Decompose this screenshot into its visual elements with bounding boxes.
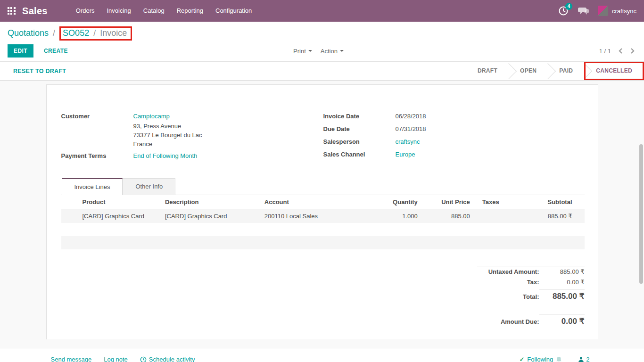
header-description: Description: [163, 195, 263, 209]
cell-unit-price: 885.00: [420, 209, 472, 223]
tax-label: Tax:: [527, 279, 539, 286]
action-label: Action: [321, 48, 338, 55]
followers-button[interactable]: 2: [578, 356, 589, 362]
log-note-button[interactable]: Log note: [104, 356, 128, 362]
payment-terms-label: Payment Terms: [61, 150, 133, 161]
customer-label: Customer: [61, 111, 133, 148]
annotation-box-breadcrumb: SO052 / Invoice: [59, 26, 132, 41]
app-title[interactable]: Sales: [22, 6, 48, 16]
breadcrumb-so052[interactable]: SO052: [63, 28, 89, 38]
schedule-activity-label: Schedule activity: [149, 356, 195, 362]
vertical-scrollbar[interactable]: [639, 144, 643, 284]
activities-clock-icon[interactable]: 4: [558, 6, 569, 16]
clock-icon: [140, 356, 147, 362]
status-step-draft[interactable]: DRAFT: [466, 62, 509, 80]
cell-account: 200110 Local Sales: [263, 209, 372, 223]
total-label: Total:: [523, 293, 539, 300]
breadcrumb-separator: /: [51, 28, 57, 38]
sales-channel-label: Sales Channel: [323, 149, 396, 160]
header-product: Product: [61, 195, 163, 209]
header-unit-price: Unit Price: [420, 195, 472, 209]
table-header-row: Product Description Account Quantity Uni…: [61, 195, 585, 209]
notebook-tabs: Invoice Lines Other Info: [61, 178, 585, 195]
send-message-label: Send message: [51, 356, 92, 362]
edit-button[interactable]: EDIT: [8, 44, 33, 58]
salesperson-link[interactable]: craftsync: [396, 136, 420, 147]
user-name: craftsync: [612, 8, 636, 15]
pager: 1 / 1: [599, 48, 635, 55]
amount-due-value: 0.00 ₹: [539, 314, 585, 326]
sales-channel-link[interactable]: Europe: [396, 149, 415, 160]
tab-invoice-lines[interactable]: Invoice Lines: [62, 178, 123, 195]
status-steps: DRAFT OPEN PAID CANCELLED: [466, 62, 644, 80]
tab-other-info[interactable]: Other Info: [123, 178, 175, 195]
control-panel: EDIT CREATE Print Action 1 / 1: [0, 41, 644, 61]
chevron-left-icon[interactable]: [619, 48, 623, 54]
status-step-paid[interactable]: PAID: [548, 62, 584, 80]
print-dropdown[interactable]: Print: [293, 48, 312, 55]
empty-row: [61, 236, 585, 249]
menu-invoicing[interactable]: Invoicing: [101, 0, 137, 22]
following-label: Following: [527, 356, 553, 362]
cell-subtotal: 885.00 ₹: [524, 209, 585, 223]
apps-grid-icon[interactable]: [8, 7, 16, 15]
untaxed-amount-value: 885.00 ₹: [539, 268, 585, 275]
check-icon: ✓: [519, 356, 524, 362]
cell-product: [CARD] Graphics Card: [61, 209, 163, 223]
cell-taxes: [472, 209, 524, 223]
customer-link[interactable]: Camptocamp: [133, 111, 202, 122]
header-quantity: Quantity: [372, 195, 420, 209]
invoice-totals: Untaxed Amount: 885.00 ₹ Tax: 0.00 ₹ Tot…: [477, 266, 585, 328]
status-step-open[interactable]: OPEN: [509, 62, 548, 80]
chevron-right-icon[interactable]: [630, 48, 635, 54]
caret-down-icon: [340, 50, 344, 52]
main-menu: Orders Invoicing Catalog Reporting Confi…: [70, 0, 258, 22]
user-icon: [578, 356, 584, 362]
follower-count: 2: [586, 356, 589, 362]
menu-orders[interactable]: Orders: [70, 0, 100, 22]
following-button[interactable]: ✓ Following: [519, 356, 562, 362]
action-dropdown[interactable]: Action: [321, 48, 344, 55]
invoice-date-value: 06/28/2018: [396, 111, 426, 122]
user-avatar: [598, 6, 608, 16]
systray: 4 craftsync: [558, 6, 636, 16]
pager-value: 1 / 1: [599, 48, 611, 55]
due-date-label: Due Date: [323, 123, 396, 134]
action-dropdowns: Print Action: [293, 48, 344, 55]
bell-icon: [556, 356, 562, 362]
breadcrumb: Quotations / SO052 / Invoice: [8, 26, 644, 41]
table-row[interactable]: [CARD] Graphics Card [CARD] Graphics Car…: [61, 209, 585, 223]
invoice-header-fields: Customer Camptocamp 93, Press Avenue 733…: [61, 111, 585, 163]
reset-to-draft-button[interactable]: RESET TO DRAFT: [0, 62, 66, 80]
invoice-sheet: Customer Camptocamp 93, Press Avenue 733…: [46, 84, 598, 339]
send-message-button[interactable]: Send message: [51, 356, 92, 362]
log-note-label: Log note: [104, 356, 128, 362]
total-value: 885.00 ₹: [539, 289, 585, 301]
user-menu[interactable]: craftsync: [598, 6, 636, 16]
cell-quantity: 1.000: [372, 209, 420, 223]
breadcrumb-quotations[interactable]: Quotations: [8, 28, 49, 38]
breadcrumb-separator: /: [91, 28, 98, 38]
tax-value: 0.00 ₹: [539, 279, 585, 286]
salesperson-label: Salesperson: [323, 136, 396, 147]
untaxed-amount-label: Untaxed Amount:: [488, 268, 539, 275]
payment-terms-link[interactable]: End of Following Month: [133, 150, 198, 161]
schedule-activity-button[interactable]: Schedule activity: [140, 356, 195, 362]
print-label: Print: [293, 48, 306, 55]
messages-chat-icon[interactable]: [578, 6, 588, 16]
form-view: Customer Camptocamp 93, Press Avenue 733…: [0, 81, 644, 339]
menu-catalog[interactable]: Catalog: [138, 0, 170, 22]
cell-description: [CARD] Graphics Card: [163, 209, 263, 223]
menu-reporting[interactable]: Reporting: [171, 0, 209, 22]
breadcrumb-row: Quotations / SO052 / Invoice: [0, 22, 644, 41]
due-date-value: 07/31/2018: [396, 123, 426, 134]
statusbar: RESET TO DRAFT DRAFT OPEN PAID CANCELLED: [0, 61, 644, 81]
invoice-date-label: Invoice Date: [323, 111, 396, 122]
chatter-bar: Send message Log note Schedule activity …: [0, 348, 644, 362]
create-button[interactable]: CREATE: [44, 44, 68, 58]
status-step-cancelled annotation-box-cancelled[interactable]: CANCELLED: [584, 62, 644, 80]
header-taxes: Taxes: [472, 195, 524, 209]
menu-configuration[interactable]: Configuration: [210, 0, 257, 22]
header-account: Account: [263, 195, 372, 209]
address-line: France: [133, 140, 202, 148]
